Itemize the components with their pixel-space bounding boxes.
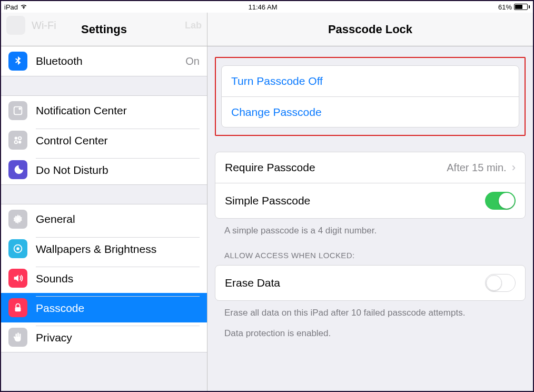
svg-rect-9 <box>15 307 21 311</box>
sidebar-item-label: Wi-Fi <box>32 19 56 32</box>
wifi-icon <box>20 3 27 11</box>
speaker-icon <box>8 269 27 288</box>
control-center-icon <box>8 131 27 150</box>
lock-icon <box>8 298 27 317</box>
status-bar: iPad 11:46 AM 61% <box>1 1 533 13</box>
sidebar-item-value: Lab <box>185 20 202 31</box>
sidebar-item-value: On <box>185 55 200 67</box>
erase-data-note: Erase all data on this iPad after 10 fai… <box>215 301 526 320</box>
settings-sidebar: Wi-Fi Lab Settings Bluetooth On <box>1 13 207 391</box>
wallpaper-icon <box>8 239 27 258</box>
change-passcode-button[interactable]: Change Passcode <box>222 96 519 127</box>
svg-point-8 <box>16 247 19 250</box>
sidebar-item-wifi-faded: Wi-Fi Lab <box>6 16 202 35</box>
detail-pane: Passcode Lock Turn Passcode Off Change P… <box>207 13 533 391</box>
highlighted-actions: Turn Passcode Off Change Passcode <box>215 57 526 136</box>
sidebar-item-general[interactable]: General <box>1 204 207 234</box>
sidebar-item-label: Bluetooth <box>36 55 83 67</box>
require-passcode-row[interactable]: Require Passcode After 15 min. › <box>215 152 525 183</box>
erase-data-toggle[interactable] <box>485 274 516 292</box>
sidebar-item-bluetooth[interactable]: Bluetooth On <box>1 46 207 76</box>
allow-access-header: ALLOW ACCESS WHEN LOCKED: <box>215 238 526 265</box>
svg-point-3 <box>18 137 21 140</box>
simple-passcode-toggle[interactable] <box>485 192 516 210</box>
simple-passcode-note: A simple passcode is a 4 digit number. <box>215 219 526 238</box>
sidebar-item-label: Notification Center <box>36 104 127 117</box>
row-value: After 15 min. <box>447 162 506 174</box>
sidebar-item-wallpapers[interactable]: Wallpapers & Brightness <box>1 234 207 263</box>
simple-passcode-row[interactable]: Simple Passcode <box>215 183 525 218</box>
svg-point-2 <box>15 137 17 140</box>
bluetooth-icon <box>8 52 27 71</box>
sidebar-item-label: Do Not Disturb <box>36 164 108 177</box>
battery-percent: 61% <box>498 3 512 11</box>
sidebar-item-notification-center[interactable]: Notification Center <box>1 96 207 125</box>
data-protection-note: Data protection is enabled. <box>215 320 526 341</box>
sidebar-header: Wi-Fi Lab Settings <box>1 13 207 46</box>
svg-point-4 <box>15 141 17 144</box>
sidebar-item-label: Control Center <box>36 134 108 147</box>
battery-icon <box>514 4 530 10</box>
wifi-icon <box>6 16 25 35</box>
sidebar-item-control-center[interactable]: Control Center <box>1 125 207 155</box>
detail-title: Passcode Lock <box>207 13 533 46</box>
notification-icon <box>8 101 27 120</box>
row-label: Erase Data <box>225 277 280 289</box>
row-label: Simple Passcode <box>225 194 310 207</box>
sidebar-item-passcode[interactable]: Passcode <box>1 293 207 322</box>
hand-icon <box>8 328 27 347</box>
gear-icon <box>8 210 27 229</box>
moon-icon <box>8 160 27 179</box>
sidebar-item-label: Passcode <box>36 302 84 315</box>
svg-point-1 <box>18 107 21 110</box>
sidebar-item-label: General <box>36 213 75 226</box>
clock: 11:46 AM <box>249 3 278 11</box>
svg-point-5 <box>18 141 21 144</box>
row-label: Require Passcode <box>225 161 315 174</box>
sidebar-item-do-not-disturb[interactable]: Do Not Disturb <box>1 155 207 184</box>
sidebar-item-label: Privacy <box>36 331 72 344</box>
sidebar-item-privacy[interactable]: Privacy <box>1 322 207 352</box>
sidebar-item-label: Sounds <box>36 272 73 285</box>
sidebar-item-label: Wallpapers & Brightness <box>36 243 156 256</box>
sidebar-item-sounds[interactable]: Sounds <box>1 263 207 293</box>
chevron-right-icon: › <box>512 161 516 174</box>
erase-data-row[interactable]: Erase Data <box>215 266 525 300</box>
device-label: iPad <box>4 3 18 11</box>
turn-passcode-off-button[interactable]: Turn Passcode Off <box>222 66 519 96</box>
